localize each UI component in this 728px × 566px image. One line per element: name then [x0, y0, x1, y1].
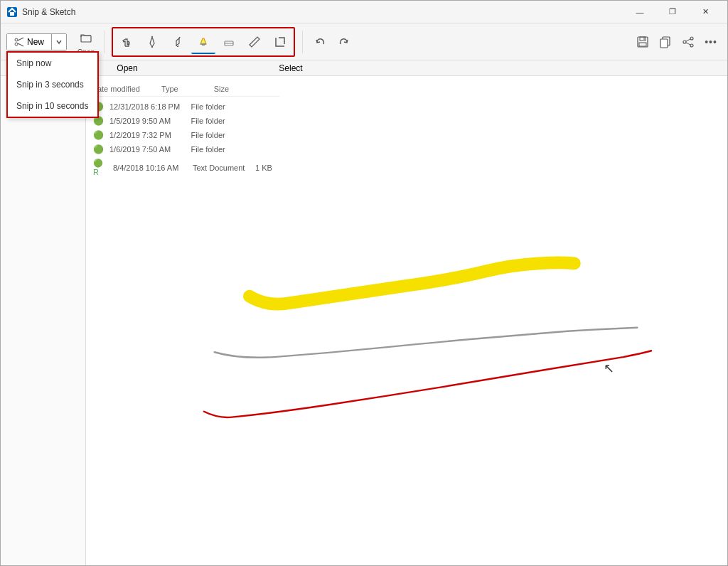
undo-redo-group [310, 31, 354, 53]
drawing-tools [112, 27, 295, 57]
ballpoint-pen-icon [145, 35, 159, 49]
close-button[interactable]: ✕ [689, 1, 722, 23]
select-sub-label: Select [269, 63, 312, 73]
share-icon [682, 36, 695, 48]
svg-rect-11 [202, 44, 205, 46]
canvas-area[interactable]: Date modified Type Size 🟢 12/31/2018 6:1… [86, 76, 727, 565]
snip-10sec-item[interactable]: Snip in 10 seconds [8, 95, 97, 117]
svg-line-9 [179, 37, 180, 38]
touch-draw-button[interactable] [114, 30, 139, 54]
snip-3sec-item[interactable]: Snip in 3 seconds [8, 74, 97, 95]
more-options-button[interactable]: ••• [700, 31, 722, 53]
new-btn-container: New [6, 33, 67, 50]
title-bar-left: Snip & Sketch [6, 6, 75, 18]
touch-draw-icon [119, 35, 134, 49]
svg-line-27 [686, 43, 690, 45]
right-toolbar: ••• [632, 31, 722, 53]
scissors-icon [14, 37, 24, 47]
window-controls: — ❐ ✕ [623, 1, 722, 23]
crop-button[interactable] [268, 30, 292, 54]
svg-point-24 [683, 41, 686, 43]
new-label: New [27, 37, 44, 47]
pencil-button[interactable] [166, 30, 190, 54]
highlighter-button[interactable] [191, 30, 215, 54]
pencil-icon [171, 35, 185, 49]
redo-button[interactable] [333, 31, 354, 53]
app-icon [6, 6, 18, 18]
copy-icon [659, 36, 672, 48]
ruler-button[interactable] [242, 30, 267, 54]
svg-rect-18 [640, 37, 646, 41]
divider-1 [104, 31, 105, 53]
canvas-container: Date modified Type Size 🟢 12/31/2018 6:1… [86, 76, 727, 565]
svg-line-26 [686, 39, 690, 41]
redo-icon [338, 36, 349, 48]
divider-2 [302, 31, 303, 53]
more-icon: ••• [705, 36, 717, 48]
new-button[interactable]: New [7, 34, 52, 50]
svg-line-14 [252, 42, 253, 43]
crop-icon [273, 35, 287, 49]
highlighter-icon [196, 34, 210, 48]
snip-now-item[interactable]: Snip now [8, 53, 97, 74]
ruler-icon [247, 35, 262, 49]
new-button-group: New Snip now Snip in 3 seconds Snip in 1… [6, 33, 67, 50]
main-window: Snip & Sketch — ❐ ✕ New [0, 0, 728, 566]
undo-button[interactable] [310, 31, 331, 53]
window-title: Snip & Sketch [22, 7, 75, 17]
save-icon [636, 36, 649, 48]
ballpoint-pen-button[interactable] [140, 30, 164, 54]
main-content: folder Date modified Type Size 🟢 12/31/2… [1, 76, 727, 565]
share-button[interactable] [678, 31, 699, 53]
undo-icon [315, 36, 326, 48]
svg-rect-1 [10, 12, 14, 16]
sidebar: folder [1, 76, 86, 565]
drawing-canvas[interactable] [86, 76, 727, 565]
sub-toolbar: New Open Select [1, 60, 727, 76]
svg-point-3 [15, 43, 18, 46]
svg-line-16 [255, 38, 257, 40]
svg-rect-22 [660, 39, 668, 48]
new-dropdown-menu: Snip now Snip in 3 seconds Snip in 10 se… [6, 51, 99, 118]
svg-rect-6 [81, 36, 91, 42]
eraser-button[interactable] [217, 30, 241, 54]
svg-line-15 [253, 40, 255, 41]
svg-point-2 [15, 38, 18, 41]
svg-point-25 [690, 44, 693, 47]
svg-line-4 [18, 38, 23, 41]
new-dropdown-button[interactable] [52, 34, 66, 50]
copy-button[interactable] [655, 31, 676, 53]
open-sub-label: Open [99, 63, 156, 73]
toolbar: New Snip now Snip in 3 seconds Snip in 1… [1, 23, 727, 60]
save-button[interactable] [632, 31, 653, 53]
folder-open-icon [80, 31, 92, 44]
svg-line-5 [18, 43, 23, 46]
maximize-button[interactable]: ❐ [656, 1, 689, 23]
svg-point-23 [690, 37, 693, 40]
eraser-icon [222, 35, 236, 49]
chevron-down-icon [56, 39, 62, 45]
minimize-button[interactable]: — [623, 1, 656, 23]
open-button[interactable] [75, 27, 97, 48]
title-bar: Snip & Sketch — ❐ ✕ [1, 1, 727, 23]
svg-rect-19 [639, 43, 646, 46]
svg-point-8 [151, 46, 153, 48]
